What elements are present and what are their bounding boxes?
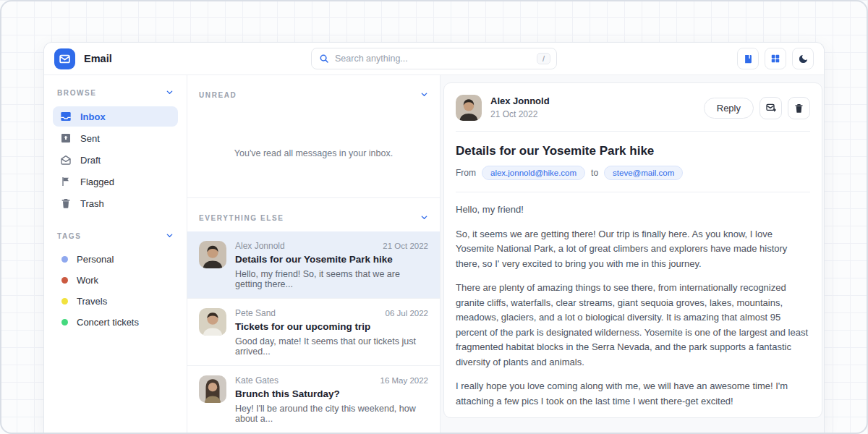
flag-icon bbox=[60, 176, 72, 187]
sent-icon bbox=[60, 132, 72, 144]
tag-label: Work bbox=[77, 275, 98, 286]
detail-date: 21 Oct 2022 bbox=[490, 109, 550, 121]
tag-label: Personal bbox=[77, 254, 114, 265]
tag-item-personal[interactable]: Personal bbox=[53, 250, 178, 269]
email-detail-panel: Alex Jonnold 21 Oct 2022 Reply bbox=[441, 75, 824, 434]
tag-item-concert-tickets[interactable]: Concert tickets bbox=[53, 312, 178, 332]
from-label: From bbox=[456, 168, 476, 178]
tag-color-dot bbox=[61, 319, 68, 326]
email-sender: Alex Jonnold bbox=[235, 241, 285, 251]
from-to-row: From alex.jonnold@hike.com to steve@mail… bbox=[456, 166, 810, 180]
apps-grid-button[interactable] bbox=[765, 48, 786, 69]
trash-icon bbox=[60, 197, 72, 209]
inbox-icon bbox=[60, 111, 72, 122]
tags-section-label: TAGS bbox=[57, 232, 81, 240]
sidebar-item-label: Flagged bbox=[80, 176, 114, 187]
body-paragraph: I really hope you love coming along with… bbox=[456, 379, 810, 409]
email-list-item[interactable]: Pete Sand 06 Jul 2022 Tickets for our up… bbox=[187, 299, 440, 366]
tags-collapse-chevron-icon[interactable] bbox=[166, 229, 174, 242]
trash-icon bbox=[793, 103, 804, 114]
sidebar-item-trash[interactable]: Trash bbox=[53, 193, 178, 213]
tag-label: Concert tickets bbox=[77, 317, 139, 328]
body-paragraph: Hello, my friend! bbox=[456, 203, 810, 218]
email-date: 16 May 2022 bbox=[380, 376, 429, 385]
tag-color-dot bbox=[61, 277, 68, 284]
detail-subject: Details for our Yosemite Park hike bbox=[456, 144, 810, 158]
email-subject: Brunch this Saturday? bbox=[235, 388, 428, 399]
avatar bbox=[456, 95, 482, 121]
app-title: Email bbox=[84, 53, 112, 64]
browse-section-label: BROWSE bbox=[57, 89, 97, 97]
mail-list-column: UNREAD You've read all messages in your … bbox=[187, 75, 441, 434]
body-paragraph: There are plenty of amazing things to se… bbox=[456, 281, 810, 370]
email-date: 21 Oct 2022 bbox=[383, 242, 428, 250]
avatar bbox=[199, 241, 226, 268]
search-input[interactable] bbox=[335, 54, 531, 64]
sidebar: BROWSE Inbox bbox=[44, 75, 187, 434]
sidebar-item-label: Trash bbox=[80, 198, 104, 209]
to-label: to bbox=[591, 168, 598, 178]
to-email-pill[interactable]: steve@mail.com bbox=[604, 166, 683, 180]
unread-collapse-chevron-icon[interactable] bbox=[420, 88, 428, 101]
brand: Email bbox=[54, 48, 112, 69]
search-icon bbox=[319, 54, 329, 64]
everything-else-section-label: EVERYTHING ELSE bbox=[199, 214, 284, 222]
email-snippet: Good day, mate! It seems that our ticket… bbox=[235, 336, 428, 357]
email-list-item[interactable]: Kate Gates 16 May 2022 Brunch this Satur… bbox=[187, 366, 440, 433]
unread-section-label: UNREAD bbox=[199, 91, 237, 99]
dark-mode-button[interactable] bbox=[792, 48, 814, 69]
app-header: Email / bbox=[44, 43, 824, 75]
sidebar-item-draft[interactable]: Draft bbox=[53, 150, 178, 170]
email-snippet: Hey! I'll be around the city this weeken… bbox=[235, 404, 428, 424]
body-paragraph: So, it seems we are getting there! Our t… bbox=[456, 227, 810, 272]
header-actions bbox=[737, 48, 814, 69]
avatar bbox=[199, 375, 226, 403]
tag-item-travels[interactable]: Travels bbox=[53, 292, 178, 311]
forward-mail-button[interactable] bbox=[760, 97, 782, 119]
avatar bbox=[199, 308, 226, 336]
sidebar-item-label: Sent bbox=[80, 133, 100, 144]
tag-item-work[interactable]: Work bbox=[53, 271, 178, 290]
search-shortcut-badge: / bbox=[537, 53, 550, 64]
notebook-icon bbox=[743, 54, 754, 64]
delete-mail-button[interactable] bbox=[788, 97, 810, 119]
search-area: / bbox=[311, 48, 557, 69]
email-app-window: Email / bbox=[43, 42, 825, 434]
mail-forward-icon bbox=[765, 102, 777, 114]
email-sender: Pete Sand bbox=[235, 308, 276, 318]
sidebar-item-label: Draft bbox=[80, 155, 101, 166]
sidebar-item-sent[interactable]: Sent bbox=[53, 128, 178, 148]
tag-color-dot bbox=[61, 256, 68, 263]
detail-sender-name: Alex Jonnold bbox=[490, 95, 550, 108]
from-email-pill[interactable]: alex.jonnold@hike.com bbox=[482, 166, 585, 180]
sidebar-item-inbox[interactable]: Inbox bbox=[53, 106, 178, 127]
apps-grid-icon bbox=[770, 54, 780, 64]
everything-else-collapse-chevron-icon[interactable] bbox=[420, 211, 428, 224]
email-subject: Details for our Yosemite Park hike bbox=[235, 254, 428, 265]
tags-section: TAGS Personal Work Travels bbox=[53, 229, 178, 332]
unread-empty-state: You've read all messages in your inbox. bbox=[187, 109, 440, 198]
tag-color-dot bbox=[61, 298, 68, 305]
email-logo-icon bbox=[54, 48, 75, 69]
tag-label: Travels bbox=[77, 296, 107, 307]
reply-button[interactable]: Reply bbox=[704, 98, 754, 119]
email-subject: Tickets for our upcoming trip bbox=[235, 321, 428, 332]
email-detail-card: Alex Jonnold 21 Oct 2022 Reply bbox=[443, 82, 822, 418]
unread-empty-text: You've read all messages in your inbox. bbox=[234, 148, 393, 158]
email-body: Hello, my friend! So, it seems we are ge… bbox=[456, 203, 810, 418]
email-sender: Kate Gates bbox=[235, 375, 278, 386]
sidebar-item-flagged[interactable]: Flagged bbox=[53, 171, 178, 192]
moon-dark-mode-icon bbox=[798, 54, 809, 64]
email-date: 06 Jul 2022 bbox=[386, 309, 428, 318]
search-box[interactable]: / bbox=[311, 48, 557, 69]
draft-icon bbox=[60, 154, 72, 166]
email-snippet: Hello, my friend! So, it seems that we a… bbox=[235, 269, 428, 289]
browse-collapse-chevron-icon[interactable] bbox=[166, 86, 174, 99]
email-list-item[interactable]: Alex Jonnold 21 Oct 2022 Details for our… bbox=[187, 231, 440, 299]
notebook-button[interactable] bbox=[737, 48, 759, 69]
sidebar-item-label: Inbox bbox=[80, 111, 106, 122]
